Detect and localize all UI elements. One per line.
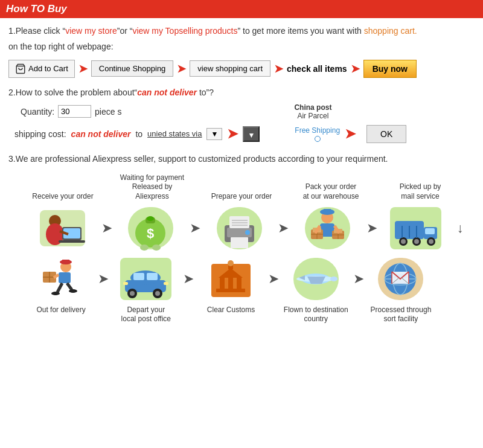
shipping-row: shipping cost: can not deliver to unied … — [8, 125, 475, 143]
svg-rect-74 — [237, 278, 242, 290]
shipping-cost-label: shipping cost: — [14, 129, 66, 139]
step6-label: Out for delivery — [27, 306, 95, 315]
page-header: How TO Buy — [0, 0, 483, 18]
shopping-cart-link: shopping cart. — [364, 26, 417, 36]
flow-diagram: Receive your order Waiting for paymentRe… — [8, 173, 475, 324]
arrow1: ➤ — [78, 62, 88, 75]
main-content: 1.Please click “view my store”or “view m… — [0, 18, 483, 330]
dropdown-1[interactable]: ▼ — [206, 128, 222, 140]
view-my-store-link[interactable]: view my store — [65, 26, 117, 36]
shopping-cart-flow: Add to Cart ➤ Continue Shopping ➤ view s… — [8, 60, 475, 78]
step1-label: Receive your order — [27, 192, 99, 202]
svg-rect-92 — [62, 260, 69, 263]
row1-labels: Receive your order Waiting for paymentRe… — [27, 173, 469, 202]
china-post-info: China post Air Parcel — [294, 103, 331, 120]
step6-icon — [27, 255, 95, 303]
view-shopping-cart-label: view shopping cart — [197, 64, 263, 73]
row2-icons: ➤ ➤ — [27, 255, 435, 303]
step3-icon — [203, 204, 275, 252]
svg-point-44 — [401, 239, 406, 244]
step5-label: Picked up bymail service — [384, 182, 456, 201]
arrow-r2-2: ➤ — [181, 271, 197, 287]
step7-icon — [112, 255, 181, 303]
free-shipping-label: Free Shipping — [295, 126, 340, 135]
svg-point-14 — [152, 245, 161, 251]
svg-rect-27 — [324, 209, 331, 214]
svg-rect-82 — [147, 273, 158, 280]
svg-rect-42 — [425, 228, 435, 234]
step4-label: Pack your orderat our warehouse — [295, 182, 367, 201]
united-states-link[interactable]: unied states via — [147, 129, 202, 138]
svg-point-11 — [147, 216, 154, 221]
svg-point-96 — [51, 292, 60, 295]
svg-rect-75 — [216, 289, 245, 292]
svg-point-48 — [429, 239, 433, 244]
svg-point-86 — [155, 291, 160, 296]
arrow4: ➤ — [351, 62, 360, 75]
step8-label: Clear Customs — [196, 306, 265, 315]
shipping-arrow: ➤ — [227, 126, 238, 142]
svg-rect-81 — [133, 273, 144, 280]
arrow3: ➤ — [274, 62, 283, 75]
ok-label: OK — [380, 129, 392, 139]
air-parcel-label: Air Parcel — [294, 112, 331, 120]
svg-point-97 — [69, 289, 77, 293]
arrow-r2-1: ➤ — [95, 271, 112, 287]
quantity-row: Quantity: piece s China post Air Parcel — [8, 103, 475, 120]
section1: 1.Please click “view my store”or “view m… — [8, 24, 475, 78]
section1-subtext: on the top right of webpage: — [8, 40, 475, 53]
svg-point-23 — [245, 230, 250, 235]
continue-shopping-button[interactable]: Continue Shopping — [91, 60, 174, 77]
section3-text: 3.We are professional Aliexpress seller,… — [8, 154, 475, 164]
to-text: to — [135, 129, 142, 139]
problem-title: 2.How to solve the problem about“can not… — [8, 88, 475, 97]
header-title: How TO Buy — [6, 3, 67, 14]
step5-icon — [380, 204, 452, 252]
add-to-cart-button[interactable]: Add to Cart — [8, 60, 75, 78]
section2: 2.How to solve the problem about“can not… — [8, 88, 475, 143]
svg-rect-6 — [59, 240, 85, 243]
arrow-r2-4: ➤ — [350, 271, 366, 287]
check-all-items-button[interactable]: check all items — [287, 64, 347, 74]
ok-button[interactable]: OK — [366, 125, 406, 143]
cart-icon — [15, 63, 26, 74]
row2-labels: Processed throughsort facility Flown to … — [27, 306, 435, 324]
step9-icon — [281, 255, 350, 303]
dropdown-2[interactable]: ▼ — [243, 126, 260, 142]
arrow-r1-2: ➤ — [187, 220, 203, 236]
view-shopping-cart-button[interactable]: view shopping cart — [190, 60, 270, 77]
section3: 3.We are professional Aliexpress seller,… — [8, 154, 475, 164]
quantity-input[interactable] — [58, 105, 91, 118]
buy-now-button[interactable]: Buy now — [363, 60, 417, 78]
shipping-arrow-2: ➤ — [345, 126, 356, 142]
svg-rect-73 — [228, 278, 233, 290]
view-topselling-link[interactable]: view my Topselling products — [132, 26, 237, 36]
check-all-items-label: check all items — [287, 64, 347, 74]
arrow-r1-3: ➤ — [275, 220, 292, 236]
svg-rect-93 — [59, 272, 71, 283]
step2-icon: $ — [115, 204, 187, 252]
step7-label: Depart yourlocal post office — [112, 306, 181, 324]
arrow-r2-3: ➤ — [266, 271, 282, 287]
svg-rect-88 — [123, 282, 128, 285]
step9-label: Flown to destinationcountry — [281, 306, 350, 324]
step10-icon — [366, 255, 435, 303]
arrow2: ➤ — [177, 62, 186, 75]
free-shipping-box: Free Shipping — [295, 126, 340, 142]
can-not-deliver-text: can not deliver — [137, 88, 197, 97]
section1-intro: 1.Please click “view my store”or “view m… — [8, 24, 475, 37]
arrow-r1-4: ➤ — [363, 220, 380, 236]
svg-point-46 — [414, 239, 419, 244]
svg-text:$: $ — [147, 226, 154, 241]
piece-label: piece s — [95, 107, 121, 117]
svg-point-77 — [228, 260, 234, 266]
free-shipping-dot — [315, 136, 321, 142]
svg-point-13 — [140, 245, 149, 251]
svg-rect-87 — [164, 282, 168, 285]
step2-label: Waiting for paymentReleased by Aliexpres… — [116, 173, 188, 202]
quantity-label: Quantity: — [21, 107, 54, 117]
step8-icon — [196, 255, 265, 303]
row1-icons: ➤ $ ➤ — [27, 204, 469, 252]
svg-point-67 — [330, 277, 337, 281]
step3-label: Prepare your order — [205, 192, 278, 202]
